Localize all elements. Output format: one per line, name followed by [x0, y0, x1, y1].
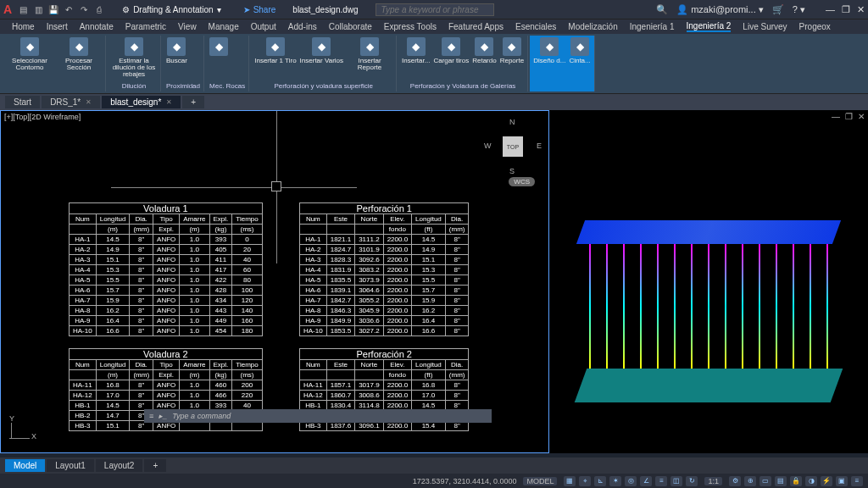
- ribbon-tab-collaborate[interactable]: Collaborate: [329, 22, 372, 31]
- ribbon-button-insertar-1-tiro[interactable]: ◆Insertar 1 Tiro: [254, 37, 296, 71]
- wcs-badge[interactable]: WCS: [509, 177, 535, 186]
- doc-tab-start[interactable]: Start: [5, 96, 40, 108]
- qat-print-icon[interactable]: ⎙: [93, 3, 105, 15]
- keyword-search-input[interactable]: [376, 3, 494, 16]
- window-minimize-icon[interactable]: —: [826, 4, 835, 15]
- viewport-right[interactable]: — ❐ ✕: [549, 110, 868, 453]
- ribbon-panel-title: Proximidad: [166, 82, 200, 90]
- polar-toggle-icon[interactable]: ✶: [609, 476, 621, 486]
- lineweight-toggle-icon[interactable]: ≡: [655, 476, 667, 486]
- vp-minimize-icon[interactable]: —: [832, 112, 840, 121]
- ribbon-tab-ingenier-a-2[interactable]: Ingeniería 2: [687, 21, 732, 32]
- units-icon[interactable]: ▭: [760, 476, 771, 486]
- viewcube-top[interactable]: TOP: [503, 136, 523, 157]
- qat-new-icon[interactable]: ▤: [17, 3, 29, 15]
- ribbon-tab-view[interactable]: View: [178, 22, 197, 31]
- ribbon-panel-6: ◆Diseño d...◆Cinta...: [530, 36, 595, 92]
- qat-open-icon[interactable]: ▥: [32, 3, 44, 15]
- help-icon[interactable]: ? ▾: [793, 4, 805, 15]
- ribbon-button-insertar-varios[interactable]: ◆Insertar Varios: [300, 37, 343, 71]
- ribbon-tab-manage[interactable]: Manage: [209, 22, 239, 31]
- ribbon-button-retardo[interactable]: ◆Retardo: [472, 37, 496, 64]
- compass-s[interactable]: S: [509, 167, 515, 175]
- workspace-switch-icon[interactable]: ⚙: [729, 476, 741, 486]
- ribbon-tab-featured-apps[interactable]: Featured Apps: [448, 22, 504, 31]
- ribbon-button-icon[interactable]: ◆: [209, 37, 228, 58]
- ribbon-button-insertar-reporte[interactable]: ◆Insertar Reporte: [347, 37, 392, 71]
- ribbon-tab-parametric[interactable]: Parametric: [125, 22, 166, 31]
- 3d-render: [566, 212, 851, 411]
- doc-tab-blast-design-[interactable]: blast_design*✕: [102, 96, 181, 108]
- workspace-dropdown[interactable]: ⚙ Drafting & Annotation ▾: [115, 3, 228, 16]
- annotation-monitor-icon[interactable]: ⊕: [744, 476, 756, 486]
- vp-maximize-icon[interactable]: ❐: [845, 112, 853, 121]
- snap-toggle-icon[interactable]: ⌖: [579, 476, 591, 486]
- ribbon-tab-progeox[interactable]: Progeox: [799, 22, 831, 31]
- signin-user[interactable]: 👤 mzaki@promi... ▾: [676, 4, 764, 15]
- ucs-icon[interactable]: Y X: [9, 414, 30, 439]
- osnap-toggle-icon[interactable]: ◎: [625, 476, 637, 486]
- vp-close-icon[interactable]: ✕: [858, 112, 865, 121]
- qat-undo-icon[interactable]: ↶: [63, 3, 75, 15]
- ribbon-button-buscar[interactable]: ◆Buscar: [166, 37, 187, 64]
- ribbon-button-cinta-[interactable]: ◆Cinta...: [569, 37, 590, 64]
- ribbon-tab-insert[interactable]: Insert: [47, 22, 68, 31]
- ortho-toggle-icon[interactable]: ⊾: [594, 476, 606, 486]
- layout-tab-model[interactable]: Model: [5, 459, 45, 472]
- cmdline-handle-icon[interactable]: ≡: [149, 412, 153, 420]
- cleanscreen-icon[interactable]: ▣: [836, 476, 848, 486]
- compass-w[interactable]: W: [484, 141, 492, 150]
- close-icon[interactable]: ✕: [86, 98, 92, 106]
- ribbon-tab-output[interactable]: Output: [251, 22, 276, 31]
- lock-ui-icon[interactable]: 🔒: [790, 476, 802, 486]
- compass-n[interactable]: N: [509, 118, 515, 126]
- ribbon-button-insertar-[interactable]: ◆Insertar...: [402, 37, 430, 64]
- annotation-scale[interactable]: 1:1: [704, 477, 722, 485]
- compass-e[interactable]: E: [537, 141, 542, 150]
- new-tab-button[interactable]: +: [182, 96, 204, 108]
- ribbon-button-estimar-la-diluci-n-de-los-rebajes[interactable]: ◆Estimar la dilución de los rebajes: [111, 37, 157, 78]
- hwaccel-icon[interactable]: ⚡: [821, 476, 832, 486]
- transparency-toggle-icon[interactable]: ◫: [670, 476, 682, 486]
- ribbon-button-cargar-tiros[interactable]: ◆Cargar tiros: [433, 37, 469, 64]
- isolate-icon[interactable]: ◑: [805, 476, 817, 486]
- window-restore-icon[interactable]: ❐: [842, 4, 850, 15]
- ribbon-tab-ingenier-a-1[interactable]: Ingeniería 1: [630, 22, 675, 31]
- layout-tab-layout1[interactable]: Layout1: [47, 459, 94, 472]
- ribbon-tab-live-survey[interactable]: Live Survey: [743, 22, 787, 31]
- model-space[interactable]: [+][Top][2D Wireframe] N S E W TOP WCS V…: [0, 110, 868, 453]
- ribbon-tab-express-tools[interactable]: Express Tools: [384, 22, 437, 31]
- search-icon[interactable]: 🔍: [656, 4, 668, 15]
- ribbon-button-procesar-secci-n[interactable]: ◆Procesar Sección: [56, 37, 102, 71]
- ribbon-tab-add-ins[interactable]: Add-ins: [288, 22, 317, 31]
- command-line[interactable]: ≡ ▸_ Type a command: [144, 409, 492, 423]
- doc-tab-drs-1-[interactable]: DRS_1*✕: [42, 96, 100, 108]
- layout-tab-layout2[interactable]: Layout2: [96, 459, 143, 472]
- ribbon-tab-esenciales[interactable]: Esenciales: [515, 22, 556, 31]
- viewport-left[interactable]: [+][Top][2D Wireframe] N S E W TOP WCS V…: [0, 110, 549, 453]
- close-icon[interactable]: ✕: [166, 98, 172, 106]
- ribbon-button-label: Diseño d...: [533, 58, 565, 64]
- ribbon-button-dise-o-d-[interactable]: ◆Diseño d...: [533, 37, 565, 64]
- viewport-label[interactable]: [+][Top][2D Wireframe]: [4, 113, 81, 121]
- qat-redo-icon[interactable]: ↷: [78, 3, 90, 15]
- otrack-toggle-icon[interactable]: ∠: [640, 476, 652, 486]
- quickprops-icon[interactable]: ▤: [775, 476, 787, 486]
- share-button[interactable]: ➤ Share: [243, 5, 276, 14]
- cycling-toggle-icon[interactable]: ↻: [686, 476, 698, 486]
- ribbon-button-seleccionar-contorno[interactable]: ◆Seleccionar Contorno: [7, 37, 53, 71]
- ribbon-button-reporte[interactable]: ◆Reporte: [500, 37, 524, 64]
- crosshair-pickbox: [271, 181, 281, 191]
- ribbon-tab-home[interactable]: Home: [12, 22, 35, 31]
- viewcube[interactable]: N S E W TOP: [486, 119, 540, 174]
- status-space[interactable]: MODEL: [523, 477, 557, 485]
- grid-toggle-icon[interactable]: ▦: [564, 476, 576, 486]
- ribbon-tab-annotate[interactable]: Annotate: [80, 22, 114, 31]
- drill-holes: [589, 244, 828, 369]
- ribbon-tab-modelizaci-n[interactable]: Modelización: [568, 22, 617, 31]
- window-close-icon[interactable]: ✕: [857, 4, 865, 15]
- qat-save-icon[interactable]: 💾: [47, 3, 59, 15]
- customization-icon[interactable]: ≡: [851, 476, 863, 486]
- add-layout-button[interactable]: +: [144, 459, 166, 472]
- autodesk-app-icon[interactable]: 🛒: [772, 4, 784, 15]
